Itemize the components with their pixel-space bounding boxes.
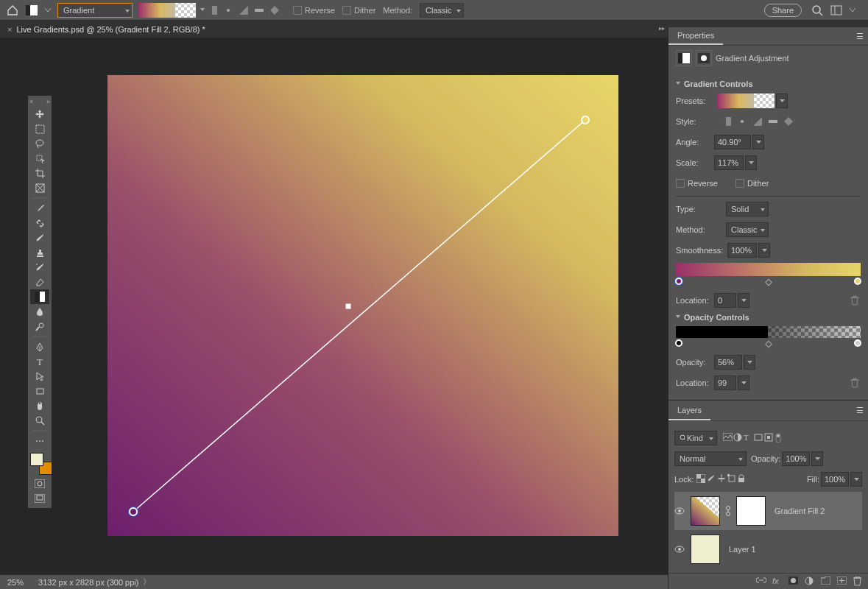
opacity-controls-header[interactable]: Opacity Controls	[676, 313, 861, 322]
layer-row-gradient[interactable]: Gradient Fill 2	[674, 492, 862, 530]
eraser-tool[interactable]	[30, 275, 49, 289]
delete-layer-icon[interactable]	[853, 576, 864, 587]
layer-opacity-input[interactable]: 100%	[782, 451, 810, 466]
dodge-tool[interactable]	[30, 319, 49, 334]
frame-tool[interactable]	[30, 180, 49, 195]
shape-tool[interactable]	[30, 384, 49, 398]
lock-paint-icon[interactable]	[707, 474, 717, 484]
brush-tool[interactable]	[30, 230, 49, 245]
opacity-stop-mid[interactable]	[765, 341, 772, 348]
marquee-tool[interactable]	[30, 121, 49, 136]
screen-mode-icon[interactable]	[30, 491, 49, 506]
share-button[interactable]: Share	[764, 4, 802, 17]
filter-text-icon[interactable]: T	[744, 433, 754, 443]
add-group-icon[interactable]	[821, 576, 831, 587]
style-angle-icon[interactable]	[237, 4, 250, 17]
opacity-editor-bar[interactable]	[676, 326, 861, 338]
layer-opacity-dropdown-icon[interactable]	[811, 451, 823, 466]
smoothness-dropdown-icon[interactable]	[758, 243, 770, 258]
op-location-dropdown-icon[interactable]	[738, 375, 749, 390]
dither-checkbox[interactable]	[342, 6, 351, 15]
filter-shape-icon[interactable]	[754, 433, 764, 443]
visibility-icon[interactable]	[674, 507, 688, 515]
gradient-tool[interactable]	[30, 289, 49, 304]
close-toolbox-icon[interactable]: ×	[29, 98, 33, 105]
style-linear-icon[interactable]	[720, 115, 733, 128]
style-reflected-icon[interactable]	[766, 115, 780, 128]
delete-opacity-stop-icon[interactable]	[850, 378, 861, 388]
gradient-line[interactable]	[107, 75, 618, 536]
preset-dropdown-icon[interactable]	[776, 94, 788, 108]
canvas[interactable]	[107, 75, 618, 536]
layer-thumb[interactable]	[691, 535, 720, 564]
color-swatches[interactable]	[30, 453, 49, 472]
method-select[interactable]: Classic	[726, 222, 769, 237]
properties-tab[interactable]: Properties	[668, 27, 723, 45]
layer-fill-dropdown-icon[interactable]	[850, 472, 862, 487]
quickmask-icon[interactable]	[30, 476, 49, 491]
opacity-dropdown-icon[interactable]	[744, 355, 755, 370]
style-angle-icon[interactable]	[751, 115, 764, 128]
layer-name[interactable]: Gradient Fill 2	[775, 507, 825, 515]
blend-mode-select[interactable]: Normal	[674, 451, 747, 466]
gradient-swatch[interactable]	[138, 3, 196, 18]
layer-name[interactable]: Layer 1	[729, 545, 756, 554]
zoom-tool[interactable]	[30, 413, 49, 428]
gradient-mid-handle[interactable]	[346, 304, 351, 309]
gradient-mode-select[interactable]: Gradient	[57, 3, 133, 18]
lock-position-icon[interactable]	[717, 474, 727, 484]
lasso-tool[interactable]	[30, 136, 49, 151]
object-select-tool[interactable]	[30, 151, 49, 166]
link-layers-icon[interactable]	[756, 576, 766, 587]
scale-dropdown-icon[interactable]	[745, 155, 757, 170]
layer-thumb-grad[interactable]	[691, 496, 720, 526]
gradient-start-handle[interactable]	[129, 507, 138, 516]
history-brush-tool[interactable]	[30, 260, 49, 275]
opacity-input[interactable]: 56%	[714, 355, 742, 370]
smoothness-input[interactable]: 100%	[727, 243, 757, 258]
panel-menu-icon[interactable]: ☰	[856, 406, 864, 415]
blur-tool[interactable]	[30, 304, 49, 319]
edit-toolbar-icon[interactable]: ⋯	[30, 434, 49, 448]
gradient-controls-header[interactable]: Gradient Controls	[676, 80, 861, 88]
style-diamond-icon[interactable]	[782, 115, 795, 128]
location-dropdown-icon[interactable]	[738, 293, 749, 308]
filter-pixel-icon[interactable]	[723, 433, 733, 443]
collapse-panels-icon[interactable]: ▸▸	[659, 25, 665, 32]
layer-mask-thumb[interactable]	[736, 496, 766, 526]
crop-tool[interactable]	[30, 166, 49, 180]
layers-tab[interactable]: Layers	[668, 401, 710, 420]
heal-tool[interactable]	[30, 216, 49, 230]
type-select[interactable]: Solid	[726, 202, 769, 216]
method-select[interactable]: Classic	[420, 3, 464, 18]
gradient-editor-bar[interactable]	[676, 263, 861, 276]
style-diamond-icon[interactable]	[268, 4, 281, 17]
expand-toolbox-icon[interactable]: »	[46, 98, 50, 105]
search-icon[interactable]	[811, 4, 824, 17]
chevron-down-icon[interactable]	[849, 4, 856, 17]
gradient-end-handle[interactable]	[581, 116, 590, 124]
style-radial-icon[interactable]	[735, 115, 749, 128]
opacity-stop-end[interactable]	[854, 339, 861, 347]
gradient-stop-mid[interactable]	[765, 279, 772, 286]
text-tool[interactable]: T	[30, 354, 49, 369]
angle-dropdown-icon[interactable]	[752, 135, 764, 149]
pen-tool[interactable]	[30, 339, 49, 354]
lock-all-icon[interactable]	[738, 474, 748, 484]
layer-row-layer1[interactable]: Layer 1	[674, 530, 862, 568]
style-linear-icon[interactable]	[206, 4, 219, 17]
dither-checkbox[interactable]	[735, 179, 744, 188]
lock-transparency-icon[interactable]	[696, 474, 707, 484]
layer-filter-select[interactable]: Kind	[674, 431, 717, 445]
layer-fx-icon[interactable]: fx	[772, 576, 783, 587]
document-tab-title[interactable]: Live Gradients.psd @ 25% (Gradient Fill …	[16, 25, 205, 34]
home-icon[interactable]	[6, 4, 19, 17]
style-radial-icon[interactable]	[222, 4, 235, 17]
add-mask-icon[interactable]	[788, 576, 799, 587]
lock-artboard-icon[interactable]	[727, 474, 738, 484]
add-adjustment-icon[interactable]	[805, 576, 815, 587]
delete-stop-icon[interactable]	[850, 295, 861, 306]
filter-adj-icon[interactable]	[733, 433, 744, 443]
angle-input[interactable]: 40.90°	[714, 135, 751, 149]
status-chevron-icon[interactable]: 〉	[143, 576, 151, 588]
